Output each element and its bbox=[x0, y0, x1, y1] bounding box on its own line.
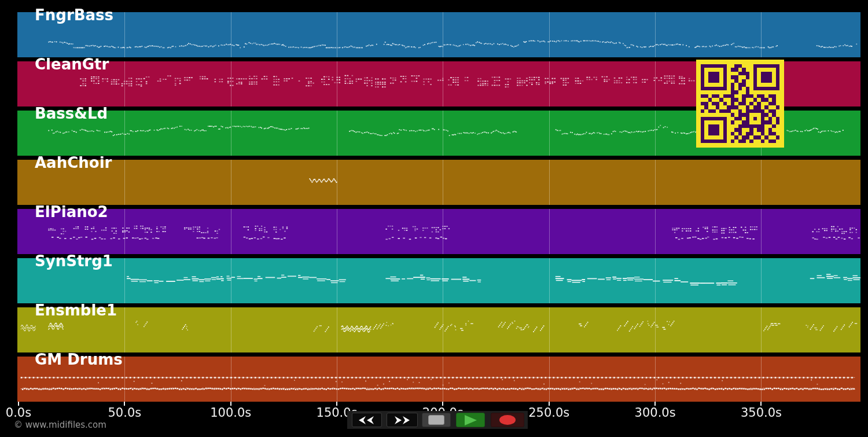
axis-tick-label: 300.0s bbox=[629, 406, 681, 420]
track-label: GM Drums bbox=[35, 351, 123, 368]
play-button[interactable] bbox=[456, 413, 485, 427]
track-label: CleanGtr bbox=[35, 56, 109, 73]
stop-icon bbox=[428, 415, 444, 425]
qr-code bbox=[696, 60, 784, 148]
play-icon bbox=[463, 415, 478, 425]
stop-button[interactable] bbox=[422, 413, 451, 427]
fast-forward-button[interactable] bbox=[387, 413, 418, 427]
rewind-icon bbox=[358, 416, 376, 424]
axis-tick bbox=[18, 402, 19, 406]
record-button[interactable] bbox=[491, 413, 524, 427]
fast-forward-icon bbox=[393, 416, 411, 424]
axis-tick bbox=[230, 402, 231, 406]
axis-tick bbox=[442, 402, 443, 406]
rewind-button[interactable] bbox=[352, 413, 382, 427]
qr-code-grid bbox=[701, 64, 779, 143]
track-label: FngrBass bbox=[35, 7, 113, 24]
axis-tick-label: 0.0s bbox=[0, 406, 45, 420]
axis-tick bbox=[760, 402, 762, 406]
axis-tick-label: 350.0s bbox=[735, 406, 787, 420]
qr-module bbox=[776, 139, 779, 143]
watermark-text: © www.midifiles.com bbox=[14, 420, 106, 430]
transport-toolbar bbox=[347, 411, 528, 429]
record-icon bbox=[499, 415, 516, 425]
axis-tick bbox=[549, 402, 550, 406]
axis-tick-label: 250.0s bbox=[523, 406, 575, 420]
axis-tick bbox=[336, 402, 337, 406]
track-label: Ensmble1 bbox=[35, 302, 117, 319]
axis-tick bbox=[654, 402, 656, 406]
midi-player-view: FngrBassCleanGtrBass&LdAahChoirElPiano2S… bbox=[0, 0, 868, 437]
track-label: SynStrg1 bbox=[35, 253, 113, 270]
axis-tick bbox=[124, 402, 125, 406]
track-label: ElPiano2 bbox=[35, 204, 108, 221]
axis-tick-label: 50.0s bbox=[98, 406, 150, 420]
track-label: Bass&Ld bbox=[35, 105, 108, 122]
track-label: AahChoir bbox=[35, 155, 112, 171]
axis-tick-label: 100.0s bbox=[205, 406, 257, 420]
